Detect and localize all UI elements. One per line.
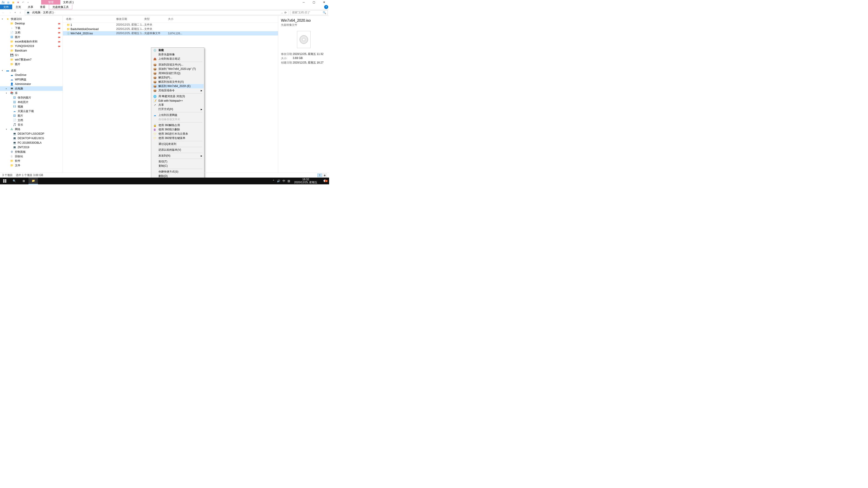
tree-item[interactable]: 📁软件	[0, 159, 63, 163]
tree-expand-icon[interactable]: ▾	[2, 18, 4, 20]
context-menu-item[interactable]: 📦解压到(F)...	[152, 75, 204, 80]
tree-item[interactable]: ⚙控制面板	[0, 150, 63, 154]
ribbon-tab-file[interactable]: 文件	[0, 4, 12, 9]
tree-item[interactable]: 💻DESKTOP-LSSOEDP	[0, 131, 63, 136]
close-button[interactable]: ✕	[319, 0, 329, 4]
tree-expand-icon[interactable]: ▾	[6, 92, 8, 94]
tree-item[interactable]: ▾★快速访问	[0, 17, 63, 21]
tree-item[interactable]: 📁Bandicam	[0, 48, 63, 53]
context-menu-item[interactable]: 还原以前的版本(V)	[152, 148, 204, 152]
nav-up-button[interactable]: ↑	[17, 11, 24, 14]
minimize-button[interactable]: ─	[299, 0, 309, 4]
tray-app-icon[interactable]: ▤	[287, 180, 290, 183]
tree-item[interactable]: 🖼图片	[0, 113, 63, 118]
search-icon[interactable]: 🔍	[323, 11, 326, 14]
context-menu-item[interactable]: ☁上传到百度网盘	[152, 113, 204, 117]
action-center-button[interactable]: 💬3	[321, 180, 328, 183]
ribbon-tab-home[interactable]: 主页	[12, 4, 24, 9]
start-button[interactable]	[0, 177, 9, 184]
taskview-button[interactable]: ⊞	[19, 177, 29, 184]
context-menu-item[interactable]: 📝Edit with Notepad++	[152, 98, 204, 103]
tray-overflow-icon[interactable]: ⌃	[272, 180, 275, 183]
context-menu-item[interactable]: 剪切(T)	[152, 160, 204, 164]
column-header-name[interactable]: 名称 ⌃	[66, 17, 116, 21]
ime-indicator[interactable]: 中	[283, 179, 285, 183]
tree-item[interactable]: 📄文档	[0, 118, 63, 123]
context-menu-item[interactable]: 💿装载	[152, 48, 204, 53]
tree-item[interactable]: 🖼图片📌	[0, 35, 63, 39]
tree-item[interactable]: ▾📚库	[0, 91, 63, 95]
context-menu-item[interactable]: 通过QQ发送到	[152, 142, 204, 146]
chevron-right-icon[interactable]: ›	[41, 11, 42, 14]
context-menu-item[interactable]: 刻录光盘映像	[152, 53, 204, 57]
ribbon-tab-disc-tools[interactable]: 光盘映像工具	[49, 4, 72, 9]
tree-item[interactable]: 📁Desktop📌	[0, 21, 63, 26]
tree-item[interactable]: 💾G:\	[0, 53, 63, 57]
tree-item[interactable]: 📁excel表格制作求和📌	[0, 39, 63, 44]
view-details-button[interactable]: ☰	[317, 173, 322, 177]
tree-item[interactable]: 🎵音乐	[0, 123, 63, 127]
qat-undo-icon[interactable]: ↶	[21, 0, 25, 4]
tree-item[interactable]: 🗑回收站	[0, 154, 63, 159]
file-row[interactable]: 💿Win7x64_2020.iso2020/12/25, 星期五 1...光盘映…	[63, 31, 278, 35]
help-button[interactable]: ?	[324, 5, 328, 9]
tree-expand-icon[interactable]: ▸	[6, 88, 8, 90]
tree-item[interactable]: 📁win7重装win7	[0, 57, 63, 62]
breadcrumb[interactable]: 此电脑	[32, 11, 40, 14]
breadcrumb[interactable]: 文档 (E:)	[43, 11, 54, 14]
tree-item[interactable]: 🎞视频	[0, 104, 63, 109]
context-menu-item[interactable]: 📦解压到 Win7x64_2020\ (E)	[152, 84, 204, 88]
column-header-modified[interactable]: 修改日期	[116, 17, 144, 21]
context-menu-item[interactable]: 📦用360压缩打开(Q)	[152, 71, 204, 75]
tree-item[interactable]: 🖼保存的图片	[0, 95, 63, 100]
app-icon[interactable]	[1, 0, 5, 4]
context-menu-item[interactable]: 🗑使用 360强力删除	[152, 127, 204, 132]
view-thumbnails-button[interactable]: ▦	[322, 173, 327, 177]
qat-delete-icon[interactable]: ✕	[16, 0, 20, 4]
tree-expand-icon[interactable]: ▾	[2, 69, 4, 72]
chevron-right-icon[interactable]: ›	[55, 11, 55, 14]
tree-item[interactable]: 💻ZMT2019	[0, 145, 63, 150]
taskbar-explorer-button[interactable]: 📁	[29, 177, 38, 184]
tree-item[interactable]: ☁OneDrive	[0, 73, 63, 77]
context-menu-item[interactable]: 发送到(N)▶	[152, 154, 204, 158]
context-menu-item[interactable]: 打开方式(H)▶	[152, 107, 204, 111]
refresh-icon[interactable]: ⟳	[284, 11, 287, 14]
column-header-type[interactable]: 类型	[144, 17, 168, 21]
file-row[interactable]: 📁BaiduNetdiskDownload2020/12/25, 星期五 1..…	[63, 27, 278, 31]
file-row[interactable]: 📁12020/12/15, 星期二 1...文件夹	[63, 23, 278, 27]
volume-icon[interactable]: 🔊	[277, 180, 280, 183]
taskbar-search-button[interactable]: 🔍	[9, 177, 19, 184]
context-menu-item[interactable]: 📦添加到 "Win7x64_2020.zip" (T)	[152, 67, 204, 71]
qat-new-folder-icon[interactable]: ▦	[11, 0, 16, 4]
context-menu-item[interactable]: ↗共享	[152, 103, 204, 107]
context-menu-item[interactable]: 📦其他压缩命令▶	[152, 88, 204, 93]
qat-properties-icon[interactable]: ▤	[6, 0, 10, 4]
context-menu-item[interactable]: 📤上传到有道云笔记	[152, 57, 204, 61]
context-menu-item[interactable]: 📦解压到当前文件夹(X)	[152, 80, 204, 84]
tree-item[interactable]: ▾▬桌面	[0, 68, 63, 73]
address-bar[interactable]: 💻 › 此电脑 › 文档 (E:) › ⌄ ⟳	[25, 10, 289, 15]
tree-item[interactable]: 💻PC-20190530OBLA	[0, 140, 63, 145]
tree-item[interactable]: 📁YUNQISHI2019📌	[0, 44, 63, 48]
tree-item[interactable]: ▾🖧网络	[0, 127, 63, 131]
nav-back-button[interactable]: ←	[0, 11, 7, 14]
tree-item[interactable]: 📁图片	[0, 62, 63, 66]
tree-item[interactable]: ☁天翼云盘下载	[0, 109, 63, 113]
context-menu-item[interactable]: 🔒使用 360解除占用	[152, 123, 204, 127]
context-menu-item[interactable]: 复制(C)	[152, 164, 204, 168]
address-dropdown-icon[interactable]: ⌄	[281, 11, 283, 14]
maximize-button[interactable]: ▢	[309, 0, 319, 4]
nav-recent-dropdown[interactable]: ▾	[13, 11, 17, 13]
tree-item[interactable]: 🖼本机照片	[0, 100, 63, 104]
tree-expand-icon[interactable]: ▾	[6, 128, 8, 130]
tree-item[interactable]: 📄文档📌	[0, 30, 63, 35]
taskbar-clock[interactable]: 16:32 2020/12/25, 星期五	[292, 177, 319, 184]
context-menu-item[interactable]: 🌐用 蜂蜜浏览器 浏览(3)	[152, 94, 204, 98]
tree-item[interactable]: 👤Administrator	[0, 82, 63, 86]
tree-item[interactable]: ▸💻此电脑	[0, 86, 63, 91]
chevron-right-icon[interactable]: ›	[31, 11, 31, 14]
tree-item[interactable]: 💻DESKTOP-NJEU3CG	[0, 136, 63, 140]
ribbon-tab-share[interactable]: 共享	[24, 4, 37, 9]
tree-item[interactable]: 📁文件	[0, 163, 63, 168]
